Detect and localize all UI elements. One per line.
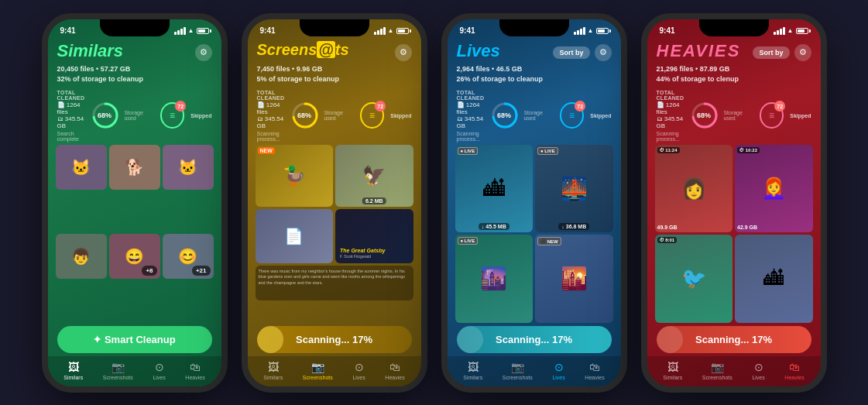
wifi-icon: ▲ bbox=[588, 27, 594, 34]
app-title: Screens@ts bbox=[257, 41, 349, 58]
app-title: Similars bbox=[57, 41, 124, 60]
title-area: Lives bbox=[457, 41, 500, 61]
wifi-icon: ▲ bbox=[388, 27, 394, 34]
app-title: HEAVIES bbox=[657, 41, 741, 60]
wifi-icon: ▲ bbox=[787, 27, 794, 34]
nav-heavies[interactable]: 🛍 Heavies bbox=[185, 361, 204, 380]
file-stats: 21,296 files • 87.89 GB 44% of storage t… bbox=[647, 64, 821, 85]
stats-text: TOTAL CLEANED 📄 1264 files 🗂 345.54 GB S… bbox=[657, 90, 684, 142]
nav-heavies[interactable]: 🛍 Heavies bbox=[385, 361, 404, 380]
status-time: 9:41 bbox=[660, 26, 675, 35]
nav-similars[interactable]: 🖼 Similars bbox=[263, 361, 283, 380]
nav-screenshots[interactable]: 📷 Screenshots bbox=[103, 361, 133, 380]
wifi-icon: ▲ bbox=[188, 27, 194, 34]
gear-button[interactable]: ⚙ bbox=[595, 44, 612, 61]
header-right: Sort by ⚙ bbox=[553, 44, 611, 61]
image-cell: 🐱 bbox=[56, 145, 107, 190]
screen-heavies: 9:41 ▲ HEAVIES bbox=[647, 19, 821, 386]
nav-screenshots[interactable]: 📷 Screenshots bbox=[503, 361, 533, 380]
image-cell: 😊 +21 bbox=[163, 234, 214, 279]
bottom-nav: 🖼 Similars 📷 Screenshots ⊙ Lives 🛍 Heavi… bbox=[248, 356, 421, 386]
header-right: ⚙ bbox=[195, 44, 212, 61]
phone-lives: 9:41 ▲ Lives bbox=[441, 13, 627, 393]
live-badge: ● LIVE bbox=[458, 147, 479, 155]
phone-screenshots: 9:41 ▲ Screens@ts bbox=[242, 13, 427, 393]
scan-button[interactable]: Scanning... 17% bbox=[257, 326, 412, 353]
nav-lives[interactable]: ⊙ Lives bbox=[153, 361, 165, 380]
list-button[interactable]: ≡ 72 bbox=[760, 102, 784, 129]
image-cell: 🦅 6.2 MB bbox=[335, 145, 413, 207]
nav-screenshots[interactable]: 📷 Screenshots bbox=[702, 361, 732, 380]
nav-heavies[interactable]: 🛍 Heavies bbox=[585, 361, 604, 380]
heavies-nav-icon: 🛍 bbox=[190, 361, 201, 373]
nav-screenshots[interactable]: 📷 Screenshots bbox=[303, 361, 333, 380]
smart-cleanup-button[interactable]: ✦ Smart Cleanup bbox=[57, 326, 212, 353]
image-cell: 👩‍🦰 ⏱ 10:22 42.9 GB bbox=[735, 145, 813, 233]
heavies-grid: 👩 ⏱ 11:24 49.9 GB 👩‍🦰 ⏱ 10:22 42.9 GB 🐦 … bbox=[647, 145, 821, 323]
lives-grid: 🏙 ● LIVE ↓ 45.5 MB 🌉 ● LIVE ↓ 36.8 MB 🌆 … bbox=[448, 145, 621, 323]
list-button[interactable]: ≡ 72 bbox=[360, 102, 385, 129]
gear-button[interactable]: ⚙ bbox=[794, 44, 811, 61]
plus-overlay: +8 bbox=[142, 266, 156, 276]
notch bbox=[300, 19, 369, 36]
nav-lives[interactable]: ⊙ Lives bbox=[552, 361, 564, 380]
image-cell: 🐦 ⏱ 8:01 bbox=[655, 235, 733, 323]
live-badge: ● LIVE bbox=[458, 237, 479, 245]
image-cell: 🌉 ● LIVE ↓ 36.8 MB bbox=[535, 145, 613, 233]
screen-similars: 9:41 ▲ Similars bbox=[48, 19, 221, 386]
phone-similars: 9:41 ▲ Similars bbox=[42, 13, 228, 393]
skipped-area: Skipped bbox=[190, 113, 211, 118]
storage-progress: 68% bbox=[690, 101, 717, 130]
new-badge: NEW bbox=[258, 147, 275, 154]
gear-button[interactable]: ⚙ bbox=[195, 44, 212, 61]
nav-similars[interactable]: 🖼 Similars bbox=[463, 361, 482, 380]
bottom-nav: 🖼 Similars 📷 Screenshots ⊙ Lives 🛍 Heavi… bbox=[448, 356, 621, 386]
battery-icon bbox=[596, 28, 609, 34]
screenshots-nav-icon: 📷 bbox=[112, 361, 125, 373]
image-cell: 🐕 bbox=[109, 145, 160, 190]
battery-icon bbox=[796, 28, 808, 34]
stats-row: TOTAL CLEANED 📄 1264 files 🗂 345.54 GB S… bbox=[448, 85, 621, 145]
battery-icon bbox=[197, 28, 209, 34]
status-time: 9:41 bbox=[460, 26, 475, 35]
notch bbox=[499, 19, 569, 36]
list-button[interactable]: ≡ 72 bbox=[560, 102, 585, 129]
lives-nav-icon: ⊙ bbox=[155, 361, 164, 373]
sort-button[interactable]: Sort by bbox=[553, 46, 589, 59]
badge-count: 72 bbox=[375, 101, 386, 112]
live-badge: ● LIVE bbox=[537, 147, 558, 155]
phone-heavies: 9:41 ▲ HEAVIES bbox=[641, 13, 827, 393]
image-size-label: ↓ 45.5 MB bbox=[479, 223, 509, 230]
list-button[interactable]: ≡ 72 bbox=[160, 102, 185, 129]
status-icons: ▲ bbox=[574, 27, 609, 35]
image-cell: 🏙 ● LIVE ↓ 45.5 MB bbox=[455, 145, 533, 233]
nav-lives[interactable]: ⊙ Lives bbox=[752, 361, 764, 380]
title-area: Similars bbox=[57, 41, 124, 61]
file-stats: 2,964 files • 46.5 GB 26% of storage to … bbox=[448, 64, 621, 85]
nav-heavies[interactable]: 🛍 Heavies bbox=[784, 361, 804, 380]
sort-button[interactable]: Sort by bbox=[753, 46, 789, 59]
title-area: HEAVIES bbox=[657, 41, 741, 61]
similars-grid: 🐱 🐕 🐱 👦 😄 +8 😊 +21 bbox=[48, 145, 221, 321]
app-header: Lives Sort by ⚙ bbox=[448, 39, 621, 64]
gear-button[interactable]: ⚙ bbox=[395, 44, 412, 61]
badge-count: 72 bbox=[575, 101, 585, 112]
app-header: HEAVIES Sort by ⚙ bbox=[647, 39, 821, 64]
scan-button[interactable]: Scanning... 17% bbox=[457, 326, 612, 353]
header-right: ⚙ bbox=[395, 44, 412, 61]
scan-button[interactable]: Scanning... 17% bbox=[657, 326, 811, 353]
nav-lives[interactable]: ⊙ Lives bbox=[352, 361, 365, 380]
image-cell: 👦 bbox=[56, 234, 107, 279]
similars-nav-icon: 🖼 bbox=[68, 361, 79, 373]
storage-used-area: Storage used bbox=[124, 110, 153, 121]
storage-progress: 68% bbox=[91, 101, 118, 130]
image-cell: 🌆 ● LIVE bbox=[455, 235, 533, 323]
nav-similars[interactable]: 🖼 Similars bbox=[663, 361, 682, 380]
image-cell: 🐱 bbox=[163, 145, 214, 190]
image-cell: 😄 +8 bbox=[109, 234, 160, 279]
bottom-nav: 🖼 Similars 📷 Screenshots ⊙ Lives 🛍 Heavi… bbox=[48, 356, 221, 386]
nav-similars[interactable]: 🖼 Similars bbox=[63, 361, 83, 380]
bottom-nav: 🖼 Similars 📷 Screenshots ⊙ Lives 🛍 Heavi… bbox=[647, 356, 821, 386]
badge-count: 72 bbox=[175, 101, 186, 112]
stats-row: TOTAL CLEANED 📄 1264 files 🗂 345.54 GB S… bbox=[647, 85, 821, 145]
